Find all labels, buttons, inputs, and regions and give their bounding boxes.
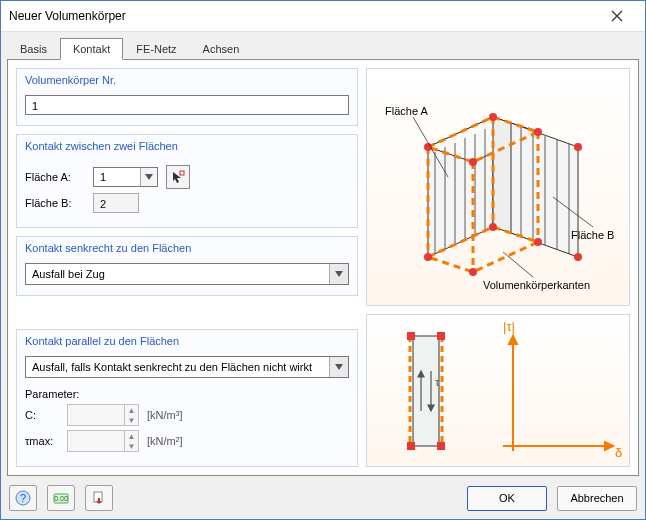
tab-basis[interactable]: Basis — [7, 38, 60, 60]
window-title: Neuer Volumenkörper — [9, 9, 597, 23]
param-tmax-unit: [kN/m²] — [147, 435, 182, 447]
param-c-unit: [kN/m³] — [147, 409, 182, 421]
flaeche-b-value: 2 — [93, 193, 139, 213]
volumenkoerper-nr-input[interactable]: 1 — [25, 95, 349, 115]
select-value: Ausfall, falls Kontakt senkrecht zu den … — [26, 361, 329, 373]
svg-rect-29 — [413, 336, 439, 446]
svg-text:?: ? — [20, 492, 26, 504]
flaeche-a-value: 1 — [94, 171, 140, 183]
param-tmax-label: τmax: — [25, 435, 59, 447]
svg-rect-35 — [437, 442, 445, 450]
param-c-label: C: — [25, 409, 59, 421]
kontakt-parallel-select[interactable]: Ausfall, falls Kontakt senkrecht zu den … — [25, 356, 349, 378]
svg-rect-32 — [407, 332, 415, 340]
svg-point-24 — [574, 143, 582, 151]
left-column: Volumenkörper Nr. 1 Kontakt zwischen zwe… — [16, 68, 358, 467]
svg-rect-34 — [407, 442, 415, 450]
preview-axis-delta: δ — [615, 445, 622, 460]
group-header: Volumenkörper Nr. — [17, 69, 357, 91]
chevron-down-icon — [329, 264, 348, 284]
tabstrip: Basis Kontakt FE-Netz Achsen — [1, 32, 645, 60]
flaeche-a-dropdown[interactable]: 1 — [93, 167, 158, 187]
flaeche-a-label: Fläche A: — [25, 171, 85, 183]
export-button[interactable] — [85, 485, 113, 511]
svg-rect-0 — [180, 171, 184, 175]
parameter-header: Parameter: — [25, 388, 349, 400]
tab-fenetz[interactable]: FE-Netz — [123, 38, 189, 60]
chevron-down-icon — [329, 357, 348, 377]
titlebar: Neuer Volumenkörper — [1, 1, 645, 32]
pick-face-button[interactable] — [166, 165, 190, 189]
group-kontakt-parallel: Kontakt parallel zu den Flächen Ausfall,… — [16, 329, 358, 467]
group-header: Kontakt zwischen zwei Flächen — [17, 135, 357, 157]
preview-label-flaeche-b: Fläche B — [571, 229, 614, 241]
svg-point-22 — [534, 238, 542, 246]
units-button[interactable]: 0.00 — [47, 485, 75, 511]
preview-label-edges: Volumenkörperkanten — [483, 279, 590, 291]
svg-point-20 — [424, 253, 432, 261]
group-volumenkoerper-nr: Volumenkörper Nr. 1 — [16, 68, 358, 126]
tabpanel-kontakt: Volumenkörper Nr. 1 Kontakt zwischen zwe… — [7, 59, 639, 476]
param-tmax-input: ▲▼ — [67, 430, 139, 452]
cancel-button[interactable]: Abbrechen — [557, 486, 637, 511]
flaeche-b-label: Fläche B: — [25, 197, 85, 209]
close-icon[interactable] — [597, 4, 637, 28]
svg-point-23 — [469, 268, 477, 276]
svg-rect-33 — [437, 332, 445, 340]
svg-point-25 — [574, 253, 582, 261]
kontakt-senkrecht-select[interactable]: Ausfall bei Zug — [25, 263, 349, 285]
chevron-down-icon — [140, 168, 157, 186]
group-header: Kontakt senkrecht zu den Flächen — [17, 237, 357, 259]
svg-text:0.00: 0.00 — [54, 495, 68, 502]
group-header: Kontakt parallel zu den Flächen — [17, 330, 357, 352]
preview-label-flaeche-a: Fläche A — [385, 105, 428, 117]
param-c-input: ▲▼ — [67, 404, 139, 426]
preview-contact-solid: Fläche A Fläche B Volumenkörperkanten — [366, 68, 630, 306]
dialog-window: Neuer Volumenkörper Basis Kontakt FE-Net… — [0, 0, 646, 520]
group-kontakt-zwischen-flaechen: Kontakt zwischen zwei Flächen Fläche A: … — [16, 134, 358, 228]
group-kontakt-senkrecht: Kontakt senkrecht zu den Flächen Ausfall… — [16, 236, 358, 296]
right-column: Fläche A Fläche B Volumenkörperkanten — [366, 68, 630, 467]
svg-text:τ: τ — [435, 376, 440, 388]
help-button[interactable]: ? — [9, 485, 37, 511]
svg-point-19 — [469, 158, 477, 166]
preview-parallel-graph: τ |τ| δ — [366, 314, 630, 467]
ok-button[interactable]: OK — [467, 486, 547, 511]
svg-point-18 — [534, 128, 542, 136]
svg-line-28 — [503, 252, 533, 277]
svg-point-17 — [489, 113, 497, 121]
select-value: Ausfall bei Zug — [26, 268, 329, 280]
tab-kontakt[interactable]: Kontakt — [60, 38, 123, 60]
dialog-footer: ? 0.00 OK Abbrechen — [1, 477, 645, 519]
tab-achsen[interactable]: Achsen — [190, 38, 253, 60]
svg-point-21 — [489, 223, 497, 231]
preview-axis-tau: |τ| — [503, 319, 515, 334]
